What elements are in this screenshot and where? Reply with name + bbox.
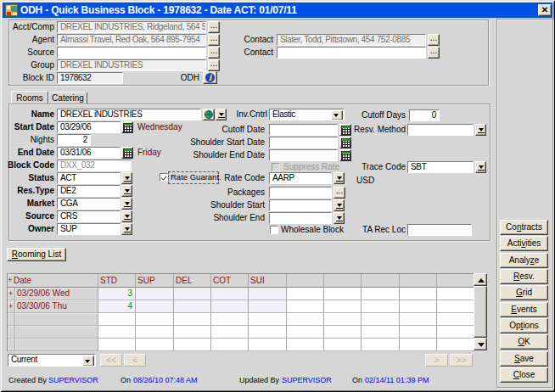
grid-value-cell[interactable]	[324, 326, 362, 339]
options-button[interactable]: Options	[500, 318, 548, 333]
status-field[interactable]: ACT	[57, 172, 121, 184]
odh-info-button[interactable]: i	[203, 71, 217, 84]
grid-value-cell[interactable]	[211, 339, 249, 351]
grid-value-cell[interactable]: 3	[98, 288, 136, 300]
close-button[interactable]: Close	[500, 367, 548, 383]
packages-field[interactable]	[269, 187, 332, 199]
shoulder-end-date-field[interactable]	[269, 149, 338, 161]
agent-field[interactable]: Almassi Travel, Red Oak, 564 895-7954	[57, 34, 206, 46]
shoulder-start-field[interactable]	[269, 199, 332, 211]
grid-value-cell[interactable]	[400, 288, 437, 300]
end-date-calendar-button[interactable]	[121, 147, 133, 159]
res-type-field[interactable]: DE2	[57, 185, 121, 197]
grid-value-cell[interactable]	[136, 288, 174, 300]
shoulder-start-date-calendar-button[interactable]	[339, 137, 351, 148]
analyze-button[interactable]: Analyze	[500, 253, 548, 268]
grid-col-header-COT[interactable]: COT	[211, 274, 249, 288]
nav-last-button[interactable]: >>	[450, 354, 473, 367]
agent-lov-button[interactable]: ...	[208, 34, 220, 46]
grid-col-header-blank5[interactable]	[287, 274, 324, 288]
suppress-rate-checkbox[interactable]	[272, 163, 280, 171]
grid-button[interactable]: Grid	[500, 285, 548, 300]
acct-comp-lov-button[interactable]: ...	[208, 21, 220, 33]
grid-value-cell[interactable]	[400, 313, 437, 326]
grid-value-cell[interactable]	[174, 339, 211, 351]
source2-field[interactable]: CRS	[57, 210, 121, 222]
grid-date-cell[interactable]	[15, 339, 98, 351]
rate-code-field[interactable]: AARP	[269, 172, 332, 184]
grid-value-cell[interactable]	[324, 288, 362, 300]
resv-method-field[interactable]	[407, 124, 474, 136]
grid-value-cell[interactable]	[211, 326, 249, 339]
grid-value-cell[interactable]	[287, 313, 324, 326]
name-globe-button[interactable]	[203, 109, 215, 120]
wholesale-block-checkbox[interactable]	[270, 226, 278, 234]
packages-lov-button[interactable]: ...	[334, 187, 345, 199]
grid-col-header-blank7[interactable]	[362, 274, 400, 288]
grid-value-cell[interactable]	[249, 339, 287, 351]
trace-code-lov-button[interactable]	[475, 161, 486, 173]
block-id-field[interactable]: 1978632	[57, 72, 123, 84]
grid-value-cell[interactable]	[287, 300, 324, 313]
contact2-lov-button[interactable]: ...	[428, 47, 440, 59]
grid-col-header-blank6[interactable]	[324, 274, 362, 288]
ta-rec-loc-field[interactable]	[407, 224, 472, 236]
scrollbar-thumb[interactable]	[474, 286, 487, 338]
block-code-field[interactable]: DXX_032	[57, 160, 132, 171]
cutoff-days-field[interactable]: 0	[409, 109, 440, 121]
cutoff-date-field[interactable]	[269, 124, 338, 136]
tab-catering[interactable]: Catering	[48, 92, 87, 104]
grid-value-cell[interactable]	[98, 313, 136, 326]
grid-col-header-SUI[interactable]: SUI	[249, 274, 287, 288]
source-field[interactable]	[57, 47, 206, 59]
grid-value-cell[interactable]	[211, 313, 249, 326]
grid-value-cell[interactable]	[362, 313, 400, 326]
inv-cntrl-dropdown-icon[interactable]	[331, 110, 343, 120]
grid-value-cell[interactable]	[362, 300, 400, 313]
nav-prev-button[interactable]: <	[124, 354, 146, 367]
res-type-lov-button[interactable]	[121, 185, 132, 197]
grid-date-header[interactable]: Date	[12, 274, 98, 288]
scroll-down-button[interactable]	[474, 338, 487, 350]
view-combo[interactable]: Current	[8, 354, 96, 367]
end-date-field[interactable]: 03/31/06	[57, 147, 121, 159]
grid-value-cell[interactable]	[249, 313, 287, 326]
scroll-up-button[interactable]	[474, 273, 487, 286]
contact1-field[interactable]: Slater, Todd, Pittstown, 454 752-0885	[277, 34, 426, 46]
grid-value-cell[interactable]: 4	[98, 300, 136, 313]
group-lov-button[interactable]: ...	[208, 59, 220, 71]
inv-cntrl-combo[interactable]: Elastic	[269, 109, 345, 120]
market-lov-button[interactable]	[121, 198, 132, 210]
source-lov-button[interactable]: ...	[208, 47, 220, 59]
grid-value-cell[interactable]	[287, 288, 324, 300]
grid-value-cell[interactable]	[437, 288, 474, 300]
grid-value-cell[interactable]	[136, 339, 174, 351]
grid-col-header-DEL[interactable]: DEL	[174, 274, 211, 288]
view-dropdown-icon[interactable]	[82, 356, 94, 367]
events-button[interactable]: Events	[500, 302, 548, 317]
owner-lov-button[interactable]	[121, 223, 132, 235]
contracts-button[interactable]: Contracts	[500, 220, 548, 235]
shoulder-end-date-calendar-button[interactable]	[339, 149, 351, 161]
grid-value-cell[interactable]	[174, 313, 211, 326]
acct-comp-field[interactable]: DREXEL INDUSTRIES, Ridgeland, 564 52	[57, 21, 206, 33]
grid-value-cell[interactable]	[400, 300, 437, 313]
grid-value-cell[interactable]	[362, 288, 400, 300]
grid-value-cell[interactable]	[437, 313, 474, 326]
market-field[interactable]: CGA	[57, 198, 121, 210]
grid-date-cell[interactable]: 03/29/06 Wed	[15, 288, 98, 300]
start-date-calendar-button[interactable]	[121, 121, 133, 133]
grid-value-cell[interactable]	[324, 313, 362, 326]
grid-value-cell[interactable]	[324, 300, 362, 313]
shoulder-end-field[interactable]	[269, 212, 332, 224]
nav-first-button[interactable]: <<	[100, 354, 122, 367]
resv-button[interactable]: Resv.	[500, 269, 548, 284]
grid-col-header-SUP[interactable]: SUP	[136, 274, 174, 288]
resv-method-lov-button[interactable]	[475, 124, 486, 136]
grid-date-cell[interactable]: 03/30/06 Thu	[15, 300, 98, 313]
contact2-field[interactable]	[277, 47, 426, 59]
nights-field[interactable]: 2	[57, 134, 91, 146]
grid-value-cell[interactable]	[136, 300, 174, 313]
grid-scrollbar[interactable]	[474, 273, 487, 350]
close-window-button[interactable]: ✕	[538, 4, 552, 16]
